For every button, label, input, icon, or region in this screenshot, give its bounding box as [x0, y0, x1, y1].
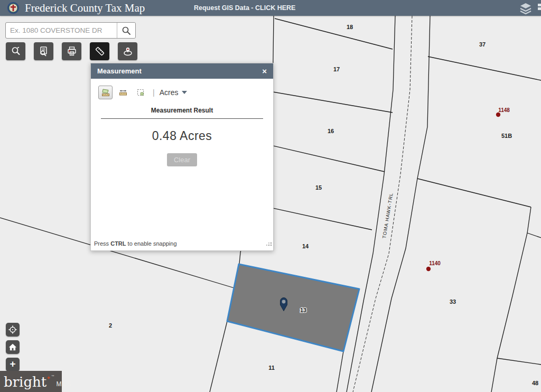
zoom-in-button[interactable]: + — [6, 358, 20, 371]
crosshair-icon — [8, 325, 17, 334]
measurement-dialog: Measurement × — [90, 63, 274, 251]
home-extent-button[interactable] — [6, 340, 20, 354]
address-dot-1148 — [496, 113, 500, 117]
partial-basemap-icon[interactable] — [537, 3, 541, 13]
hint-key: CTRL — [110, 240, 126, 247]
my-location-button[interactable] — [6, 323, 20, 337]
chevron-down-icon — [182, 91, 187, 94]
location-measure-icon — [136, 88, 145, 97]
parcel-label-37: 37 — [479, 41, 486, 48]
plus-icon: + — [10, 358, 15, 370]
measure-tool-button[interactable] — [90, 42, 109, 60]
county-seal-logo — [7, 2, 20, 14]
snapping-hint: Press CTRL to enable snapping — [94, 240, 177, 247]
app-header: Frederick County Tax Map Request GIS Dat… — [0, 0, 541, 16]
resize-grip[interactable] — [268, 245, 269, 246]
print-tool-button[interactable] — [62, 42, 81, 60]
distance-measure-icon — [118, 88, 128, 97]
frederick-tax-map-app: { "header": { "title": "Frederick County… — [0, 0, 541, 392]
magnifier-icon — [11, 46, 21, 57]
tools-separator: | — [153, 88, 155, 97]
measurement-dialog-titlebar[interactable]: Measurement × — [91, 63, 273, 79]
locate-address-tool-button[interactable] — [118, 42, 137, 60]
clear-button[interactable]: Clear — [167, 153, 197, 166]
document-search-icon — [39, 46, 49, 57]
search-icon — [122, 26, 131, 35]
address-dot-1140 — [426, 267, 431, 271]
unit-selected-value: Acres — [160, 88, 179, 97]
parcel-label-17: 17 — [333, 66, 340, 72]
close-icon[interactable]: × — [262, 67, 267, 75]
parcel-label-13: 13 — [300, 307, 306, 313]
measurement-dialog-title: Measurement — [97, 67, 142, 75]
address-search-box — [5, 22, 136, 39]
parcel-label-48: 48 — [532, 380, 538, 386]
result-divider — [101, 118, 263, 119]
measurement-tools: | Acres — [98, 86, 273, 99]
ruler-icon — [95, 46, 105, 57]
search-button[interactable] — [117, 23, 135, 38]
printer-icon — [67, 46, 77, 57]
address-label-1148: 1148 — [498, 107, 510, 113]
address-label-1140: 1140 — [429, 260, 441, 266]
trademark-symbol: ™ — [51, 375, 54, 378]
unit-dropdown[interactable]: Acres — [160, 88, 188, 97]
brand-wordmark: bright — [4, 374, 46, 390]
zoom-search-tool-button[interactable] — [6, 42, 25, 60]
measure-location-button[interactable] — [133, 86, 147, 99]
parcel-label-15: 15 — [315, 184, 322, 191]
parcel-label-2: 2 — [109, 322, 112, 329]
area-measure-icon — [101, 88, 110, 97]
layers-icon[interactable] — [519, 2, 533, 14]
home-icon — [8, 342, 17, 352]
measurement-result-value: 0.48 Acres — [91, 129, 273, 143]
measurement-result-header: Measurement Result — [91, 107, 273, 114]
page-title: Frederick County Tax Map — [25, 2, 145, 15]
map-toolbar — [6, 42, 137, 60]
hint-suffix: to enable snapping — [126, 240, 177, 247]
hint-prefix: Press — [94, 240, 110, 247]
parcel-label-14: 14 — [302, 243, 309, 249]
star-icon: ✦ — [46, 375, 51, 381]
brand-suffix: MLS — [56, 380, 72, 388]
search-input[interactable] — [6, 23, 117, 38]
parcel-label-33: 33 — [450, 298, 456, 305]
parcel-label-18: 18 — [347, 24, 353, 30]
identify-parcel-tool-button[interactable] — [34, 42, 53, 60]
measure-distance-button[interactable] — [116, 86, 130, 99]
parcel-label-11: 11 — [268, 365, 275, 371]
request-gis-data-link[interactable]: Request GIS Data - CLICK HERE — [194, 4, 295, 12]
map-pin-oval-icon — [123, 46, 133, 57]
parcel-label-51b: 51B — [501, 133, 512, 139]
parcel-label-16: 16 — [328, 128, 334, 134]
measure-area-button[interactable] — [98, 86, 113, 99]
bright-mls-logo: bright ✦ ™ MLS — [0, 371, 62, 392]
